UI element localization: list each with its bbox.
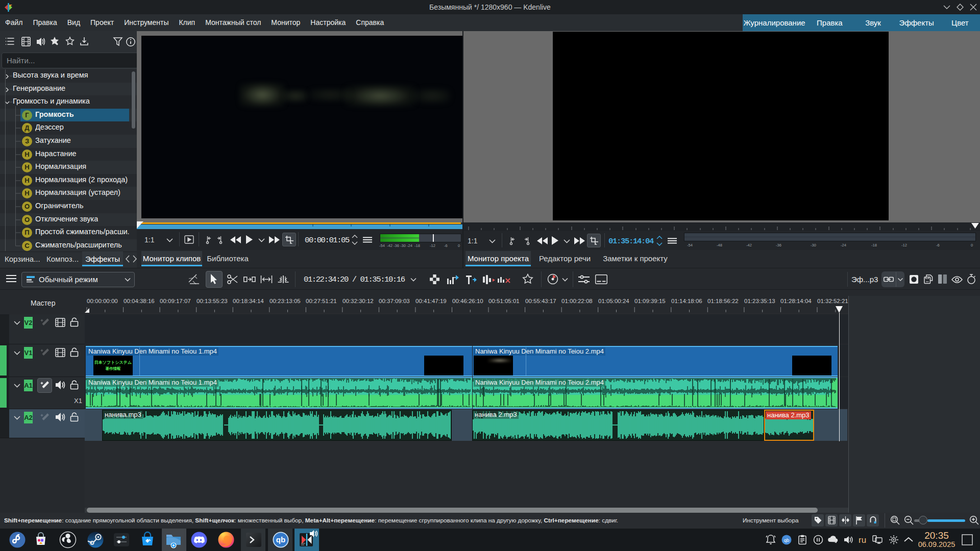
svg-text:qb: qb	[784, 537, 790, 543]
svg-text:qb: qb	[276, 535, 285, 544]
